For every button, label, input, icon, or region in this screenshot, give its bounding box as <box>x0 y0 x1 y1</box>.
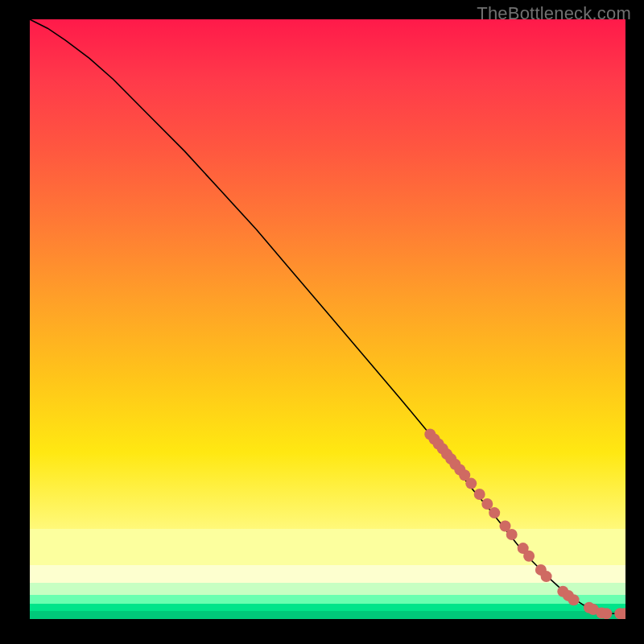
data-marker <box>481 498 493 510</box>
chart-stage: TheBottleneck.com <box>0 0 644 644</box>
marker-group <box>424 429 625 620</box>
bottleneck-curve <box>30 19 625 613</box>
data-marker <box>601 608 612 619</box>
data-marker <box>506 529 518 540</box>
data-marker <box>568 594 580 605</box>
data-marker <box>541 571 552 582</box>
data-marker <box>523 551 535 562</box>
data-marker <box>474 489 485 500</box>
chart-svg-overlay <box>30 19 625 619</box>
data-marker <box>465 478 477 489</box>
plot-area <box>30 19 625 619</box>
data-marker <box>489 507 500 518</box>
